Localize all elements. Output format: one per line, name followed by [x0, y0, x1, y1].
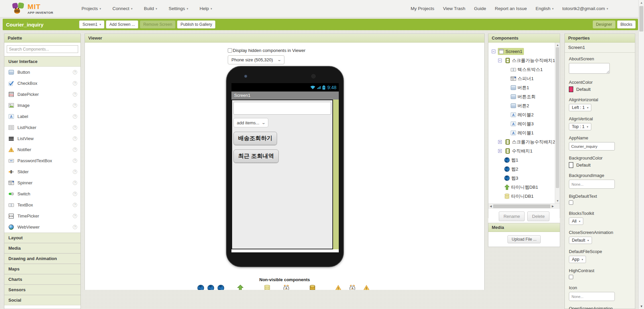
- palette-item-button[interactable]: Button?: [4, 67, 80, 78]
- mock-textbox[interactable]: [233, 102, 331, 115]
- backgroundcolor-swatch[interactable]: [569, 162, 573, 168]
- palette-item-textbox[interactable]: TextBox?: [4, 199, 80, 210]
- aboutscreen-textarea[interactable]: [569, 63, 610, 74]
- palette-item-datepicker[interactable]: 2011DatePicker?: [4, 89, 80, 100]
- publish-to-gallery-button[interactable]: Publish to Gallery: [177, 20, 215, 28]
- nonvisible-component[interactable]: 시계2: [347, 285, 358, 290]
- nonvisible-component[interactable]: 웹2: [207, 285, 214, 290]
- scroll-up-icon[interactable]: ▲: [639, 1, 644, 4]
- mock-spinner[interactable]: add items... ⌄: [233, 118, 268, 127]
- tree-row[interactable]: A레이블3: [488, 119, 560, 128]
- help-icon[interactable]: ?: [73, 203, 77, 207]
- menu-connect[interactable]: Connect▾: [112, 6, 132, 11]
- tree-row[interactable]: −Screen1: [488, 47, 560, 56]
- scroll-right-icon[interactable]: ▶: [550, 204, 555, 209]
- help-icon[interactable]: ?: [73, 214, 77, 218]
- upload-file-button[interactable]: Upload File ...: [507, 235, 540, 243]
- screen-select-button[interactable]: Screen1 ▾: [79, 20, 104, 28]
- tree-row[interactable]: 스피너1: [488, 74, 560, 83]
- tree-row[interactable]: 타이니웹DB1: [488, 183, 560, 192]
- menu-help[interactable]: Help▾: [200, 6, 212, 11]
- help-icon[interactable]: ?: [73, 225, 77, 229]
- nonvisible-component[interactable]: 시계1: [281, 285, 292, 290]
- palette-item-timepicker[interactable]: 8:10TimePicker?: [4, 210, 80, 222]
- scroll-down-icon[interactable]: ▼: [555, 199, 560, 202]
- tree-row[interactable]: 타이니DB1: [488, 192, 560, 201]
- tree-row[interactable]: 버튼조회: [488, 92, 560, 101]
- accentcolor-swatch[interactable]: [569, 86, 573, 92]
- tree-row[interactable]: 버튼2: [488, 101, 560, 110]
- palette-section-user-interface[interactable]: User Interface: [4, 56, 80, 67]
- help-icon[interactable]: ?: [73, 70, 77, 74]
- scroll-left-icon[interactable]: ◀: [488, 204, 493, 209]
- icon-filebox[interactable]: None...: [569, 292, 615, 301]
- help-icon[interactable]: ?: [73, 114, 77, 119]
- palette-item-webviewer[interactable]: WebViewer?: [4, 222, 80, 233]
- scrollbar-thumb[interactable]: [493, 204, 550, 208]
- window-scrollbar[interactable]: ▲ ▼: [638, 0, 644, 309]
- menu-projects[interactable]: Projects▾: [82, 6, 101, 11]
- collapse-icon[interactable]: −: [492, 50, 495, 53]
- help-icon[interactable]: ?: [73, 159, 77, 163]
- palette-section-layout[interactable]: Layout: [4, 233, 80, 243]
- defaultfilescope-select[interactable]: App▾: [569, 256, 586, 263]
- tree-row[interactable]: 버튼1: [488, 83, 560, 92]
- nonvisible-component[interactable]: 알림2: [361, 285, 372, 290]
- palette-section-maps[interactable]: Maps: [4, 264, 80, 274]
- palette-item-spinner[interactable]: Spinner?: [4, 177, 80, 188]
- app-inventor-logo[interactable]: MIT APP INVENTOR: [11, 2, 53, 15]
- tree-row[interactable]: −스크롤가능수직배치1: [488, 56, 560, 65]
- menu-guide[interactable]: Guide: [474, 6, 486, 11]
- tree-row[interactable]: 웹1: [488, 156, 560, 165]
- tree-row[interactable]: A레이블2: [488, 110, 560, 119]
- search-components-input[interactable]: [7, 45, 78, 53]
- display-hidden-components-checkbox[interactable]: [228, 48, 232, 53]
- help-icon[interactable]: ?: [73, 147, 77, 152]
- alignvertical-select[interactable]: Top : 1▾: [569, 123, 591, 130]
- help-icon[interactable]: ?: [73, 170, 77, 174]
- tree-row[interactable]: 웹2: [488, 165, 560, 174]
- rename-button[interactable]: Rename: [499, 211, 525, 221]
- menu-report-an-issue[interactable]: Report an Issue: [495, 6, 527, 11]
- help-icon[interactable]: ?: [73, 181, 77, 185]
- palette-section-charts[interactable]: Charts: [4, 274, 80, 285]
- palette-item-notifier[interactable]: Notifier?: [4, 144, 80, 155]
- tree-row[interactable]: +수직배치1: [488, 146, 560, 156]
- tree-row[interactable]: +스크롤가능수직배치2: [488, 137, 560, 146]
- highcontrast-checkbox[interactable]: [569, 275, 573, 279]
- components-vertical-scrollbar[interactable]: ▲ ▼: [555, 43, 560, 203]
- menu-my-projects[interactable]: My Projects: [411, 6, 434, 11]
- mock-button-1[interactable]: 배송조회하기: [233, 132, 277, 145]
- scrollbar-thumb[interactable]: [639, 6, 643, 32]
- delete-button[interactable]: Delete: [527, 211, 549, 221]
- scroll-down-icon[interactable]: ▼: [639, 305, 644, 308]
- help-icon[interactable]: ?: [73, 103, 77, 108]
- palette-item-slider[interactable]: Slider?: [4, 166, 80, 177]
- scrollable-vertical-arrangement[interactable]: add items... ⌄ 배송조회하기최근 조회내역: [231, 100, 333, 249]
- bigdefaulttext-checkbox[interactable]: [569, 200, 573, 205]
- palette-item-label[interactable]: ALabel?: [4, 111, 80, 122]
- phone-size-select[interactable]: Phone size (505,320) ⌄: [228, 55, 284, 64]
- scrollbar-thumb[interactable]: [556, 47, 559, 188]
- palette-section-sensors[interactable]: Sensors: [4, 285, 80, 295]
- nonvisible-component[interactable]: 웹1: [197, 285, 204, 290]
- accentcolor-value[interactable]: Default: [576, 87, 591, 92]
- scroll-up-icon[interactable]: ▲: [555, 44, 560, 47]
- palette-item-listview[interactable]: ListView?: [4, 133, 80, 144]
- blocks-toggle-button[interactable]: Blocks: [617, 20, 636, 28]
- add-screen-button[interactable]: Add Screen ...: [106, 20, 138, 28]
- designer-toggle-button[interactable]: Designer: [593, 20, 615, 28]
- help-icon[interactable]: ?: [73, 136, 77, 141]
- palette-item-checkbox[interactable]: CheckBox?: [4, 78, 80, 89]
- alignhorizontal-select[interactable]: Left : 1▾: [569, 104, 591, 111]
- help-icon[interactable]: ?: [73, 192, 77, 196]
- components-horizontal-scrollbar[interactable]: ◀ ▶: [488, 203, 560, 209]
- nonvisible-component[interactable]: 알림1: [333, 285, 344, 290]
- menu-settings[interactable]: Settings▾: [169, 6, 188, 11]
- closescreenanimation-select[interactable]: Default▾: [569, 237, 592, 244]
- mock-button-2[interactable]: 최근 조회내역: [233, 149, 279, 163]
- tree-row[interactable]: 텍스트박스1: [488, 65, 560, 74]
- appname-input[interactable]: [569, 142, 615, 150]
- expand-icon[interactable]: +: [498, 140, 502, 144]
- tree-row[interactable]: A레이블1: [488, 128, 560, 137]
